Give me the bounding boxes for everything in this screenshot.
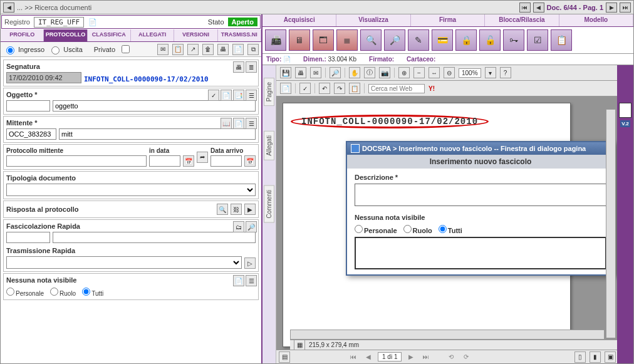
privato-checkbox[interactable] [122,45,130,53]
action-icon-4[interactable]: 🗑 [202,44,214,55]
tb-scan-icon[interactable]: 📠 [265,29,286,51]
rtab-blocca[interactable]: Blocca/Rilascia [485,14,559,26]
nota-radio-personale[interactable]: Personale [6,288,44,297]
dialog-note-box[interactable] [355,237,606,269]
fasc-input[interactable] [53,232,256,243]
action-icon-7[interactable]: ⧉ [247,44,259,55]
nav-first-icon[interactable]: ◀ [3,3,14,13]
bb-last-icon[interactable]: ⏭ [420,352,432,362]
risposta-search-icon[interactable]: 🔍 [217,204,228,215]
trasm-select[interactable] [6,256,242,269]
side-doc-icon[interactable] [619,103,631,118]
tb-red2-icon[interactable]: 🗔 [313,29,334,51]
pdf-doc-icon[interactable]: 📄 [280,83,291,94]
tb-lock3-icon[interactable]: 🗝 [503,29,524,51]
fasc-icon-2[interactable]: 🔎 [246,221,257,232]
mittente-list-icon[interactable]: ☰ [246,118,257,129]
arrivo-input[interactable] [210,155,242,167]
oggetto-abc-icon[interactable]: ✓ [208,90,219,101]
pdf-find-icon[interactable]: 🔎 [330,67,341,78]
protomitt-input[interactable] [6,155,147,167]
tb-sign2-icon[interactable]: 💳 [432,29,453,51]
tab-protocollo[interactable]: PROTOCOLLO [44,29,87,41]
segnatura-barcode-icon[interactable]: ≣ [246,61,257,73]
tab-trasmissni[interactable]: TRASMISS.NI [218,29,261,41]
radio-ingresso[interactable]: Ingresso [3,44,44,55]
bb-page-value[interactable]: 1 di 1 [378,352,402,361]
bb-back-icon[interactable]: ⟲ [445,352,457,362]
bb-facing-icon[interactable]: ▣ [605,351,616,363]
tab-versioni[interactable]: VERSIONI [174,29,217,41]
arrow-forward-icon[interactable]: ➦ [197,152,208,163]
pdf-select-icon[interactable]: Ⓘ [364,67,375,78]
action-icon-3[interactable]: ↗ [187,44,199,55]
rtab-modello[interactable]: Modello [559,14,633,26]
pdf-copy-icon[interactable]: 📋 [349,83,360,94]
tab-profilo[interactable]: PROFILO [1,29,44,41]
pdf-save-icon[interactable]: 💾 [280,67,291,78]
tb-view2-icon[interactable]: 🔎 [384,29,405,51]
vertical-scrollbar[interactable] [606,109,616,338]
oggetto-doc1-icon[interactable]: 📄 [221,90,232,101]
dialog-radio-tutti[interactable]: Tutti [439,225,462,234]
mittente-book-icon[interactable]: 📖 [221,118,232,129]
pdf-zoom-value[interactable]: 100% [459,68,481,78]
vtab-pagine[interactable]: Pagine [264,78,274,106]
mittente-input[interactable] [59,128,256,140]
dialog-radio-ruolo[interactable]: Ruolo [403,225,432,234]
risposta-chain-icon[interactable]: ⛓ [231,204,242,215]
action-icon-2[interactable]: 📋 [172,44,184,55]
horizontal-scrollbar[interactable] [290,330,605,340]
indata-cal-icon[interactable]: 📅 [183,155,194,167]
action-icon-5[interactable]: 🖶 [217,44,229,55]
pdf-snap-icon[interactable]: 📷 [379,67,390,78]
pdf-print-icon[interactable]: 🖶 [295,67,306,78]
tb-red1-icon[interactable]: 🖥 [289,29,310,51]
tb-red3-icon[interactable]: ≣ [336,29,358,51]
nota-radio-tutti[interactable]: Tutti [82,288,103,297]
rtab-firma[interactable]: Firma [411,14,485,26]
arrivo-cal-icon[interactable]: 📅 [244,155,256,167]
dialog-desc-input[interactable] [355,184,606,206]
pdf-zoomin-icon[interactable]: ⊕ [398,67,410,78]
bb-fwd-icon[interactable]: ⟳ [460,352,472,362]
pdf-help-icon[interactable]: ? [500,67,511,78]
nota-list-icon[interactable]: ☰ [246,275,257,286]
radio-uscita[interactable]: Uscita [48,44,83,55]
oggetto-input[interactable] [53,100,256,112]
mittente-code-input[interactable] [6,128,56,140]
tab-classifica[interactable]: CLASSIFICA [88,29,131,41]
bb-prev-icon[interactable]: ◀ [363,352,374,362]
doc-next-icon[interactable]: ▶ [606,3,617,13]
nota-radio-ruolo[interactable]: Ruolo [50,288,76,297]
fasc-code-input[interactable] [6,232,50,243]
registro-doc-icon[interactable]: 📄 [88,17,98,27]
indata-input[interactable] [149,155,180,167]
dialog-radio-personale[interactable]: Personale [355,225,397,234]
pdf-undo-icon[interactable]: ↶ [319,83,330,94]
bb-first-icon[interactable]: ⏮ [348,352,359,362]
fasc-icon-1[interactable]: 🗂 [233,221,244,232]
pdf-dropdown-icon[interactable]: ▾ [485,67,496,78]
pdf-abc-icon[interactable]: ✓ [299,83,311,94]
nota-doc-icon[interactable]: 📄 [233,275,244,286]
rtab-visualizza[interactable]: Visualizza [336,14,410,26]
action-icon-1[interactable]: ✉ [157,44,169,55]
bb-page-icon[interactable]: ▤ [279,351,290,363]
pdf-zoomout-icon[interactable]: ⊖ [444,67,455,78]
bb-next-icon[interactable]: ▶ [405,352,417,362]
pdf-websearch-input[interactable] [368,84,425,93]
rtab-acquisisci[interactable]: Acquisisci [262,14,336,26]
tb-lock2-icon[interactable]: 🔓 [479,29,501,51]
trasm-go-icon[interactable]: ▷ [244,257,256,269]
risposta-arrow-icon[interactable]: ▶ [244,204,256,215]
tab-allegati[interactable]: ALLEGATI [131,29,174,41]
yahoo-icon[interactable]: Y! [429,85,435,92]
tb-model-icon[interactable]: 📋 [551,29,572,51]
doc-prev-icon[interactable]: ◀ [533,3,544,13]
tipologia-select[interactable] [6,184,256,196]
tb-lock1-icon[interactable]: 🔒 [455,29,477,51]
tb-view1-icon[interactable]: 🔍 [360,29,382,51]
status-page-icon[interactable]: ▦ [294,340,305,351]
segnatura-print-icon[interactable]: 🖶 [233,61,244,73]
